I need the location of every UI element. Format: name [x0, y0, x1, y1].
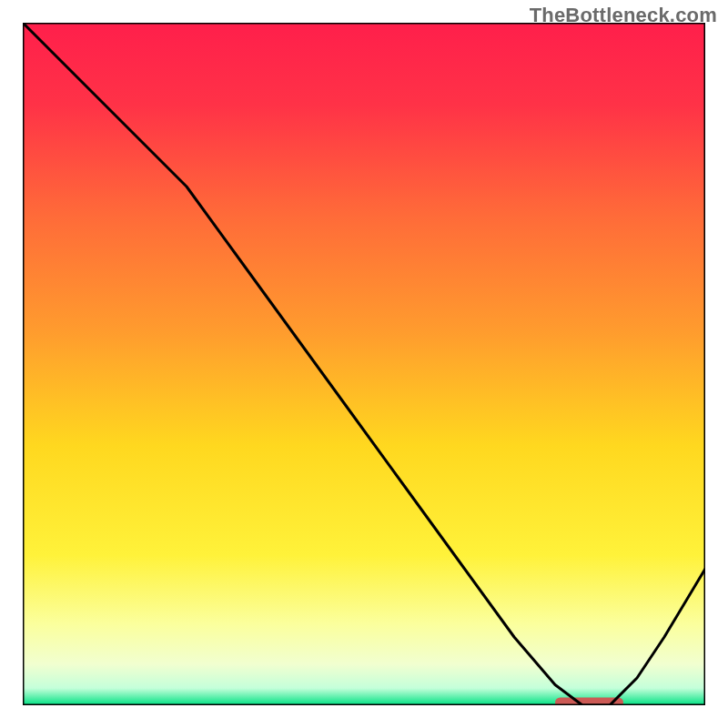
plot-area [23, 23, 705, 705]
plot-svg [23, 23, 705, 705]
watermark-text: TheBottleneck.com [530, 4, 717, 27]
chart-root: TheBottleneck.com [0, 0, 728, 728]
